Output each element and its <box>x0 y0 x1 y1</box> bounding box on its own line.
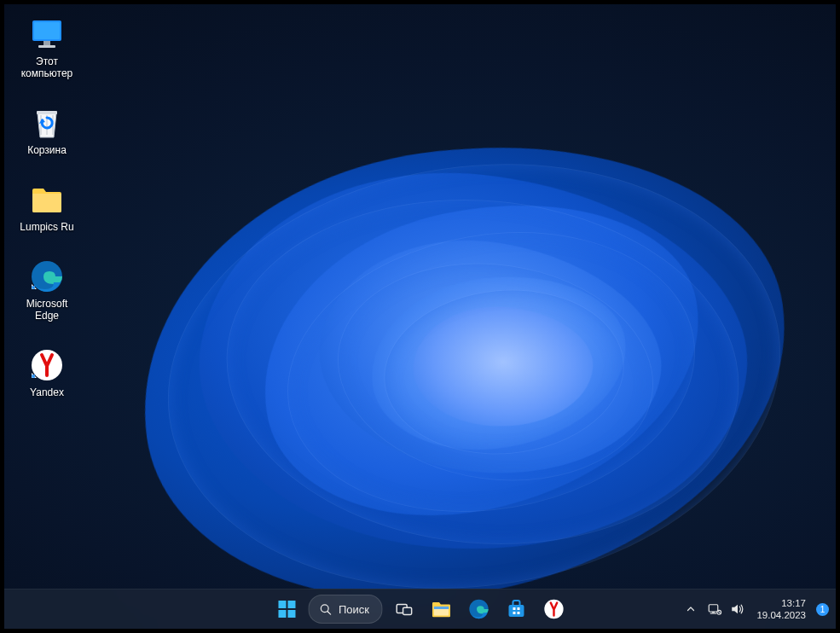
windows-logo-icon <box>276 599 297 619</box>
task-view-icon <box>394 600 413 618</box>
desktop-icon-label: Lumpics Ru <box>20 221 73 233</box>
desktop-icon-this-pc[interactable]: Этот компьютер <box>10 16 84 79</box>
volume-button[interactable] <box>727 593 748 625</box>
taskbar-center: Поиск <box>270 589 570 629</box>
svg-rect-3 <box>38 45 55 48</box>
desktop-icon-yandex[interactable]: Yandex <box>10 347 84 398</box>
desktop-icon-label: Yandex <box>30 386 64 398</box>
store-icon <box>506 599 526 619</box>
svg-rect-12 <box>278 610 286 618</box>
svg-rect-29 <box>710 613 717 614</box>
monitor-icon <box>29 16 65 52</box>
folder-icon <box>29 182 65 218</box>
svg-rect-17 <box>403 607 411 614</box>
desktop-icon-edge[interactable]: Microsoft Edge <box>10 258 84 322</box>
network-icon <box>707 601 722 617</box>
svg-rect-11 <box>287 601 295 608</box>
search-label: Поиск <box>339 603 369 616</box>
wallpaper-bloom <box>115 98 823 601</box>
clock-button[interactable]: 13:17 19.04.2023 <box>751 597 811 621</box>
desktop-icon-label: Этот компьютер <box>21 55 73 79</box>
desktop[interactable]: { "desktop_icons": [ {"id":"this-pc","la… <box>4 4 836 629</box>
microsoft-store-button[interactable] <box>500 593 532 625</box>
svg-line-15 <box>327 611 330 613</box>
svg-rect-13 <box>287 610 295 618</box>
svg-rect-2 <box>43 41 50 45</box>
svg-rect-19 <box>433 607 448 609</box>
svg-rect-1 <box>34 22 60 39</box>
svg-rect-4 <box>37 111 57 114</box>
svg-rect-22 <box>513 607 515 610</box>
tray-overflow-button[interactable] <box>680 593 702 625</box>
edge-icon <box>467 598 490 620</box>
svg-rect-10 <box>278 601 286 608</box>
edge-button[interactable] <box>462 593 495 625</box>
search-button[interactable]: Поиск <box>308 595 382 624</box>
svg-rect-27 <box>710 605 719 612</box>
recycle-bin-icon <box>29 105 65 141</box>
yandex-button[interactable] <box>537 593 570 625</box>
desktop-icon-label: Microsoft Edge <box>26 298 68 322</box>
desktop-icon-recycle-bin[interactable]: Корзина <box>10 105 84 156</box>
speaker-icon <box>730 601 745 617</box>
chevron-up-icon <box>686 604 696 614</box>
task-view-button[interactable] <box>387 593 420 625</box>
svg-rect-28 <box>712 612 715 613</box>
network-button[interactable] <box>705 593 724 625</box>
tray-time: 13:17 <box>781 597 806 609</box>
svg-rect-25 <box>517 612 519 614</box>
svg-rect-24 <box>513 612 515 614</box>
svg-rect-21 <box>508 605 524 617</box>
svg-rect-23 <box>517 607 519 610</box>
tray-date: 19.04.2023 <box>756 609 806 621</box>
notification-count: 1 <box>820 605 826 614</box>
desktop-icon-label: Корзина <box>27 144 67 156</box>
yandex-icon <box>29 347 65 383</box>
folder-icon <box>430 598 452 620</box>
start-button[interactable] <box>270 593 303 625</box>
file-explorer-button[interactable] <box>425 593 457 625</box>
search-icon <box>319 603 332 616</box>
notifications-button[interactable]: 1 <box>816 603 829 616</box>
system-tray: 13:17 19.04.2023 1 <box>680 589 829 629</box>
desktop-icons: Этот компьютер Корзина Lu <box>10 16 84 398</box>
yandex-icon <box>542 598 565 620</box>
edge-icon <box>29 258 65 294</box>
desktop-icon-lumpics-folder[interactable]: Lumpics Ru <box>10 182 84 233</box>
taskbar: Поиск <box>4 589 836 629</box>
